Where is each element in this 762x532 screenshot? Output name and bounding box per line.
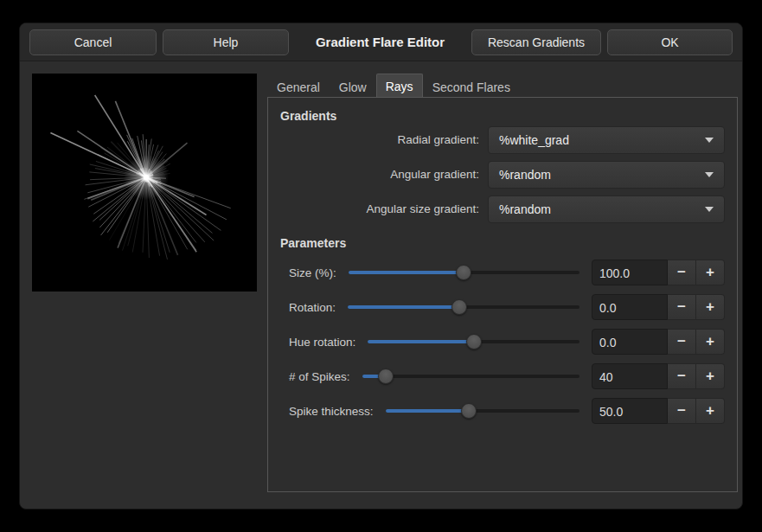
chevron-down-icon: [705, 138, 714, 143]
radial-gradient-value: %white_grad: [499, 133, 705, 147]
gradients-section-label: Gradients: [280, 106, 725, 125]
hue-rotation-decrement-button[interactable]: −: [668, 329, 696, 355]
cancel-button[interactable]: Cancel: [29, 29, 157, 55]
help-button[interactable]: Help: [163, 29, 289, 55]
hue-rotation-slider[interactable]: [368, 329, 580, 355]
angular-size-gradient-value: %random: [499, 202, 705, 216]
tab-rays[interactable]: Rays: [376, 74, 423, 98]
tab-general[interactable]: General: [267, 75, 330, 98]
slider-handle[interactable]: [466, 334, 482, 349]
tab-bar: General Glow Rays Second Flares: [267, 74, 738, 98]
rescan-gradients-button[interactable]: Rescan Gradients: [471, 29, 601, 55]
spike-thickness-increment-button[interactable]: +: [696, 398, 725, 424]
slider-fill: [349, 271, 464, 274]
slider-handle[interactable]: [461, 403, 477, 419]
headerbar: Cancel Help Gradient Flare Editor Rescan…: [20, 23, 742, 61]
spike-thickness-decrement-button[interactable]: −: [668, 398, 696, 424]
rotation-slider[interactable]: [348, 294, 580, 320]
angular-gradient-label: Angular gradient:: [280, 168, 488, 181]
slider-fill: [386, 409, 470, 413]
notebook: General Glow Rays Second Flares Gradient…: [267, 74, 738, 492]
angular-size-gradient-row: Angular size gradient: %random: [280, 195, 725, 223]
size-value-field[interactable]: 100.0: [592, 260, 668, 285]
spikes-decrement-button[interactable]: −: [668, 363, 696, 389]
size-row: Size (%): 100.0 − +: [280, 260, 725, 285]
hue-rotation-increment-button[interactable]: +: [696, 329, 725, 355]
gradient-flare-editor-window: Cancel Help Gradient Flare Editor Rescan…: [19, 22, 743, 510]
angular-gradient-select[interactable]: %random: [488, 161, 725, 189]
spikes-row: # of Spikes: 40 − +: [280, 363, 725, 389]
spikes-label: # of Spikes:: [280, 370, 350, 383]
angular-gradient-value: %random: [499, 168, 705, 182]
spikes-value-field[interactable]: 40: [592, 363, 668, 389]
hue-rotation-label: Hue rotation:: [280, 336, 355, 349]
angular-size-gradient-select[interactable]: %random: [488, 195, 725, 223]
slider-track: [362, 375, 580, 378]
spikes-slider[interactable]: [362, 363, 580, 389]
slider-track: [386, 409, 580, 413]
ok-button[interactable]: OK: [607, 29, 733, 55]
slider-fill: [368, 340, 473, 343]
tab-glow[interactable]: Glow: [330, 75, 376, 98]
slider-handle[interactable]: [378, 369, 394, 384]
spike-thickness-label: Spike thickness:: [280, 405, 374, 418]
rotation-increment-button[interactable]: +: [696, 294, 725, 320]
window-title: Gradient Flare Editor: [295, 35, 465, 49]
chevron-down-icon: [705, 207, 714, 212]
rotation-row: Rotation: 0.0 − +: [280, 294, 725, 320]
hue-rotation-value-field[interactable]: 0.0: [592, 329, 668, 355]
size-label: Size (%):: [280, 266, 336, 279]
size-slider[interactable]: [349, 260, 580, 285]
angular-size-gradient-label: Angular size gradient:: [280, 202, 488, 215]
spike-thickness-row: Spike thickness: 50.0 − +: [280, 398, 725, 424]
tab-second-flares[interactable]: Second Flares: [423, 75, 520, 98]
spike-thickness-slider[interactable]: [386, 398, 580, 424]
chevron-down-icon: [705, 172, 714, 177]
tab-content-rays: Gradients Radial gradient: %white_grad A…: [267, 97, 738, 492]
hue-rotation-row: Hue rotation: 0.0 − +: [280, 329, 725, 355]
spike-thickness-value-field[interactable]: 50.0: [592, 398, 668, 424]
radial-gradient-label: Radial gradient:: [280, 133, 488, 146]
spikes-increment-button[interactable]: +: [696, 363, 725, 389]
parameters-section-label: Parameters: [280, 234, 725, 253]
rotation-decrement-button[interactable]: −: [668, 294, 696, 320]
radial-gradient-row: Radial gradient: %white_grad: [280, 125, 725, 154]
size-decrement-button[interactable]: −: [668, 260, 696, 285]
rotation-label: Rotation:: [280, 301, 336, 314]
slider-handle[interactable]: [456, 265, 471, 280]
flare-preview: [32, 74, 257, 292]
dialog-body: General Glow Rays Second Flares Gradient…: [20, 61, 742, 504]
flare-rays-image: [32, 74, 257, 292]
angular-gradient-row: Angular gradient: %random: [280, 160, 725, 189]
size-increment-button[interactable]: +: [696, 260, 725, 285]
slider-fill: [348, 305, 459, 309]
rotation-value-field[interactable]: 0.0: [592, 294, 668, 320]
slider-handle[interactable]: [451, 299, 467, 315]
radial-gradient-select[interactable]: %white_grad: [488, 126, 725, 154]
